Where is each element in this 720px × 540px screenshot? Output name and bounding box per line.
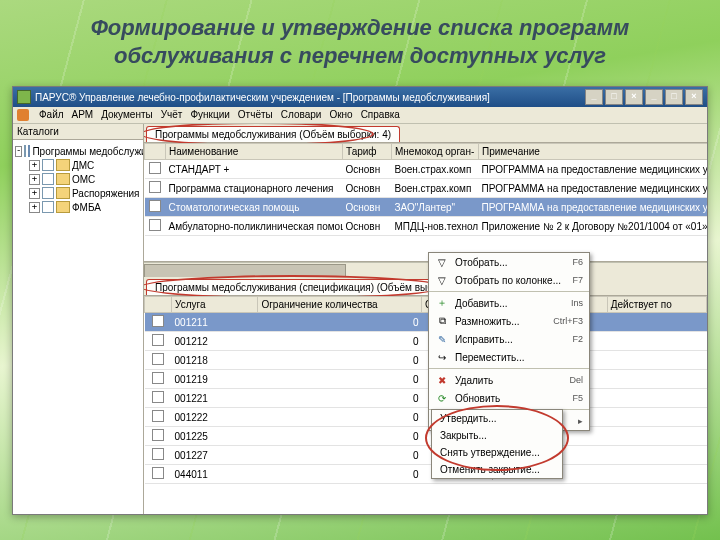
ctx-delete[interactable]: ✖УдалитьDel <box>429 371 589 389</box>
edit-icon: ✎ <box>435 333 449 345</box>
app-menu-icon <box>17 109 29 121</box>
catalog-tree[interactable]: - Программы медобслуживания +ДМС +ОМС +Р… <box>13 140 143 514</box>
hscrollbar[interactable] <box>144 262 707 277</box>
sub-approve[interactable]: Утвердить... <box>432 410 562 427</box>
table-row[interactable]: 00122700,0001.01.2011 <box>145 446 707 465</box>
table-row[interactable]: 04401100,0001.01.2011 <box>145 465 707 484</box>
funnel-icon: ▽ <box>435 256 449 268</box>
move-icon: ↪ <box>435 351 449 363</box>
context-menu[interactable]: ▽Отобрать...F6 ▽Отобрать по колонке...F7… <box>428 252 590 431</box>
table-row[interactable]: 00122200,0001.01.2011 <box>145 408 707 427</box>
table-row[interactable]: 00122100,0001.01.2011 <box>145 389 707 408</box>
table-row[interactable]: Амбулаторно-поликлиническая помощьОсновн… <box>145 217 708 236</box>
doc-maximize-button[interactable]: □ <box>665 89 683 105</box>
plus-icon: ＋ <box>435 297 449 309</box>
doc-close-button[interactable]: × <box>685 89 703 105</box>
tree-item[interactable]: +ФМБА <box>15 200 141 214</box>
table-row[interactable]: 00121800,0001.01.2011 <box>145 351 707 370</box>
grid1-tab[interactable]: Программы медобслуживания (Объём выборки… <box>146 126 400 142</box>
ctx-add[interactable]: ＋Добавить...Ins <box>429 294 589 312</box>
window-title: ПАРУС® Управление лечебно-профилактическ… <box>35 92 490 103</box>
ctx-move[interactable]: ↪Переместить... <box>429 348 589 366</box>
app-window: ПАРУС® Управление лечебно-профилактическ… <box>12 86 708 515</box>
table-row[interactable]: 00121200,0001.01.2011 <box>145 332 707 351</box>
menu-arm[interactable]: АРМ <box>72 109 94 121</box>
copy-icon: ⧉ <box>435 315 449 327</box>
minimize-button[interactable]: _ <box>585 89 603 105</box>
tree-root-label: Программы медобслуживания <box>32 146 143 157</box>
ctx-refresh[interactable]: ⟳ОбновитьF5 <box>429 389 589 407</box>
menu-docs[interactable]: Документы <box>101 109 153 121</box>
catalog-header: Каталоги <box>13 124 143 140</box>
tree-checkbox[interactable] <box>24 145 26 157</box>
funnel-col-icon: ▽ <box>435 274 449 286</box>
menu-dict[interactable]: Словари <box>281 109 322 121</box>
slide-title: Формирование и утверждение списка програ… <box>0 0 720 78</box>
sub-close[interactable]: Закрыть... <box>432 427 562 444</box>
menu-reports[interactable]: Отчёты <box>238 109 273 121</box>
menu-func[interactable]: Функции <box>190 109 229 121</box>
table-row[interactable]: Стоматологическая помощьОсновнЗАО"Лантер… <box>145 198 708 217</box>
app-icon <box>17 90 31 104</box>
menubar: Файл АРМ Документы Учёт Функции Отчёты С… <box>13 107 707 124</box>
menu-window[interactable]: Окно <box>329 109 352 121</box>
menu-file[interactable]: Файл <box>39 109 64 121</box>
table-row[interactable]: 00122500,0001.01.2011 <box>145 427 707 446</box>
doc-minimize-button[interactable]: _ <box>645 89 663 105</box>
menu-help[interactable]: Справка <box>361 109 400 121</box>
sub-unapprove[interactable]: Снять утверждение... <box>432 444 562 461</box>
table-row[interactable]: Программа стационарного леченияОсновнВое… <box>145 179 708 198</box>
table-row[interactable]: СТАНДАРТ +ОсновнВоен.страх.компПРОГРАММА… <box>145 160 708 179</box>
sub-unclose[interactable]: Отменить закрытие... <box>432 461 562 478</box>
context-submenu[interactable]: Утвердить... Закрыть... Снять утверждени… <box>431 409 563 479</box>
folder-icon <box>28 145 30 157</box>
tree-item[interactable]: +Распоряжения <box>15 186 141 200</box>
ctx-edit[interactable]: ✎Исправить...F2 <box>429 330 589 348</box>
ctx-mult[interactable]: ⧉Размножить...Ctrl+F3 <box>429 312 589 330</box>
delete-icon: ✖ <box>435 374 449 386</box>
ctx-filter-col[interactable]: ▽Отобрать по колонке...F7 <box>429 271 589 289</box>
ctx-filter[interactable]: ▽Отобрать...F6 <box>429 253 589 271</box>
main-area: Программы медобслуживания (Объём выборки… <box>144 124 707 514</box>
table-row[interactable]: 00121100,0001.01.2011 <box>145 313 707 332</box>
maximize-button[interactable]: □ <box>605 89 623 105</box>
menu-uchet[interactable]: Учёт <box>161 109 183 121</box>
catalog-panel: Каталоги - Программы медобслуживания +ДМ… <box>13 124 144 514</box>
tree-item[interactable]: +ДМС <box>15 158 141 172</box>
tree-root[interactable]: - Программы медобслуживания <box>15 144 141 158</box>
refresh-icon: ⟳ <box>435 392 449 404</box>
collapse-icon[interactable]: - <box>15 146 22 157</box>
tree-item[interactable]: +ОМС <box>15 172 141 186</box>
titlebar[interactable]: ПАРУС® Управление лечебно-профилактическ… <box>13 87 707 107</box>
grid2[interactable]: УслугаОграничение количестваСкидка, %Дей… <box>144 296 707 514</box>
close-window-button[interactable]: × <box>625 89 643 105</box>
grid1[interactable]: НаименованиеТарифМнемокод орган-Примечан… <box>144 143 707 262</box>
table-row[interactable]: 00121900,0001.01.2011 <box>145 370 707 389</box>
